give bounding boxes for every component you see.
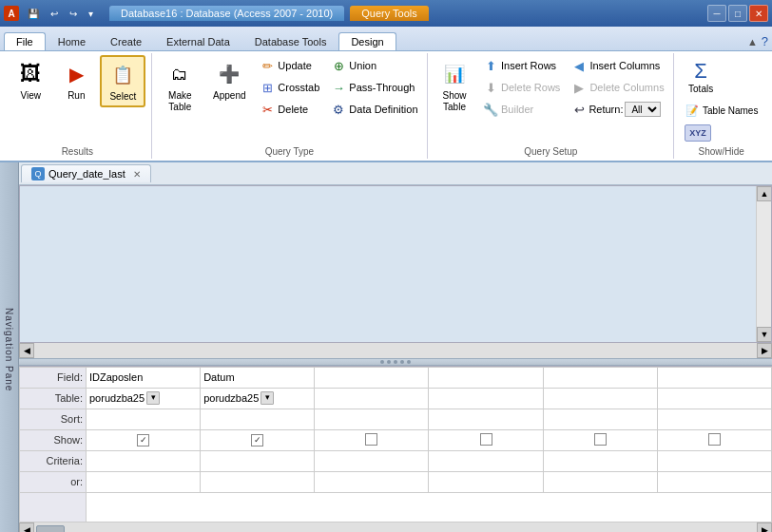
builder-button[interactable]: 🔧 Builder <box>478 99 565 120</box>
qbe-row-field: Field: IDZaposlen Datum <box>20 367 772 388</box>
qbe-or-1[interactable] <box>201 471 315 492</box>
append-button[interactable]: ➕ Append <box>205 55 253 105</box>
tab-home[interactable]: Home <box>46 32 98 50</box>
qbe-scroll-left-btn[interactable]: ◀ <box>19 522 34 533</box>
data-definition-label: Data Definition <box>349 104 417 115</box>
qbe-sort-0[interactable] <box>87 408 201 429</box>
scroll-down-btn[interactable]: ▼ <box>757 327 772 342</box>
qbe-sort-2[interactable] <box>315 408 429 429</box>
qbe-criteria-1[interactable] <box>201 450 315 471</box>
design-vscroll[interactable]: ▲ ▼ <box>756 186 771 342</box>
qbe-scroll-right-btn[interactable]: ▶ <box>757 522 772 533</box>
qbe-field-0[interactable]: IDZaposlen <box>87 367 201 388</box>
run-button[interactable]: ▶ Run <box>54 55 98 105</box>
qbe-sort-4[interactable] <box>543 408 657 429</box>
qbe-show-3[interactable] <box>429 429 543 450</box>
title-bar: A 💾 ↩ ↪ ▾ Database16 : Database (Access … <box>0 0 772 27</box>
totals-button[interactable]: Σ Totals <box>680 55 722 98</box>
qbe-field-4[interactable] <box>543 367 657 388</box>
table-0-value: porudzba25 <box>89 392 145 404</box>
qbe-sort-5[interactable] <box>657 408 771 429</box>
insert-columns-button[interactable]: ◀ Insert Columns <box>567 55 668 76</box>
qbe-field-3[interactable] <box>429 367 543 388</box>
qbe-table-0[interactable]: porudzba25 ▾ <box>87 388 201 408</box>
delete-columns-button[interactable]: ▶ Delete Columns <box>567 77 668 98</box>
qbe-sort-1[interactable] <box>201 408 315 429</box>
delete-button[interactable]: ✂ Delete <box>255 99 324 120</box>
show-checkbox-4[interactable] <box>594 433 607 446</box>
show-checkbox-5[interactable] <box>708 433 721 446</box>
qbe-show-0[interactable] <box>87 429 201 450</box>
qbe-table-2[interactable] <box>315 388 429 408</box>
crosstab-button[interactable]: ⊞ Crosstab <box>255 77 324 98</box>
qbe-show-5[interactable] <box>657 429 771 450</box>
show-checkbox-3[interactable] <box>480 433 492 446</box>
qbe-criteria-5[interactable] <box>657 450 771 471</box>
qbe-show-1[interactable] <box>201 429 315 450</box>
qbe-table-3[interactable] <box>429 388 543 408</box>
tab-design[interactable]: Design <box>338 32 396 50</box>
union-button[interactable]: ⊕ Union <box>326 55 422 76</box>
delete-rows-button[interactable]: ⬇ Delete Rows <box>478 77 565 98</box>
qbe-field-5[interactable] <box>657 367 771 388</box>
qbe-field-2[interactable] <box>315 367 429 388</box>
tab-create[interactable]: Create <box>98 32 154 50</box>
splitter[interactable] <box>19 358 772 366</box>
view-button[interactable]: 🖼 View <box>9 55 52 105</box>
close-btn[interactable]: ✕ <box>749 5 768 22</box>
results-buttons: 🖼 View ▶ Run 📋 Select <box>9 55 145 157</box>
query-tab[interactable]: Q Query_date_last ✕ <box>21 164 151 182</box>
restore-btn[interactable]: □ <box>728 5 747 22</box>
show-table-button[interactable]: 📊 ShowTable <box>433 55 476 117</box>
navigation-pane-handle[interactable]: Navigation Pane <box>0 162 19 532</box>
tab-database-tools[interactable]: Database Tools <box>242 32 339 50</box>
redo-quick-btn[interactable]: ↪ <box>65 7 82 21</box>
help-btn[interactable]: ? <box>762 34 768 48</box>
data-definition-button[interactable]: ⚙ Data Definition <box>326 99 422 120</box>
table-1-dropdown[interactable]: ▾ <box>261 391 274 405</box>
minimize-btn[interactable]: ─ <box>707 5 726 22</box>
qbe-or-0[interactable] <box>87 471 201 492</box>
qbe-or-3[interactable] <box>429 471 543 492</box>
qbe-criteria-3[interactable] <box>429 450 543 471</box>
pass-through-button[interactable]: → Pass-Through <box>326 77 422 98</box>
table-0-dropdown[interactable]: ▾ <box>146 391 160 405</box>
qbe-or-5[interactable] <box>657 471 771 492</box>
save-quick-btn[interactable]: 💾 <box>23 7 44 21</box>
qbe-hscroll[interactable]: ◀ ▶ <box>19 522 772 532</box>
qbe-or-4[interactable] <box>543 471 657 492</box>
scroll-right-btn[interactable]: ▶ <box>757 343 772 358</box>
qbe-table-4[interactable] <box>543 388 657 408</box>
splitter-dots <box>380 360 411 364</box>
query-tab-close[interactable]: ✕ <box>133 169 141 180</box>
qbe-criteria-4[interactable] <box>543 450 657 471</box>
qbe-table-1[interactable]: porudzba25 ▾ <box>201 388 315 408</box>
xyz-button[interactable]: XYZ <box>680 123 716 143</box>
show-checkbox-0[interactable] <box>137 434 149 446</box>
table-names-button[interactable]: 📝 Table Names <box>680 100 762 121</box>
update-button[interactable]: ✏ Update <box>255 55 324 76</box>
scroll-left-btn[interactable]: ◀ <box>19 343 34 358</box>
qbe-or-2[interactable] <box>315 471 429 492</box>
qbe-criteria-2[interactable] <box>315 450 429 471</box>
select-button[interactable]: 📋 Select <box>100 55 145 107</box>
crosstab-icon: ⊞ <box>260 80 275 95</box>
qbe-show-2[interactable] <box>315 429 429 450</box>
show-checkbox-2[interactable] <box>365 433 377 446</box>
qbe-field-1[interactable]: Datum <box>201 367 315 388</box>
tab-external-data[interactable]: External Data <box>154 32 242 50</box>
qbe-criteria-0[interactable] <box>87 450 201 471</box>
make-table-button[interactable]: 🗂 MakeTable <box>156 55 203 117</box>
qbe-show-4[interactable] <box>543 429 657 450</box>
scroll-up-btn[interactable]: ▲ <box>757 186 772 201</box>
tab-file[interactable]: File <box>4 32 46 50</box>
design-hscroll[interactable]: ◀ ▶ <box>19 343 772 358</box>
qbe-sort-3[interactable] <box>429 408 543 429</box>
return-select[interactable]: All 5 25 <box>625 102 661 117</box>
customize-quick-btn[interactable]: ▾ <box>84 7 98 21</box>
insert-rows-button[interactable]: ⬆ Insert Rows <box>478 55 565 76</box>
qbe-table-5[interactable] <box>657 388 771 408</box>
show-checkbox-1[interactable] <box>251 434 263 446</box>
query-setup-group-label: Query Setup <box>524 146 577 157</box>
undo-quick-btn[interactable]: ↩ <box>46 7 63 21</box>
